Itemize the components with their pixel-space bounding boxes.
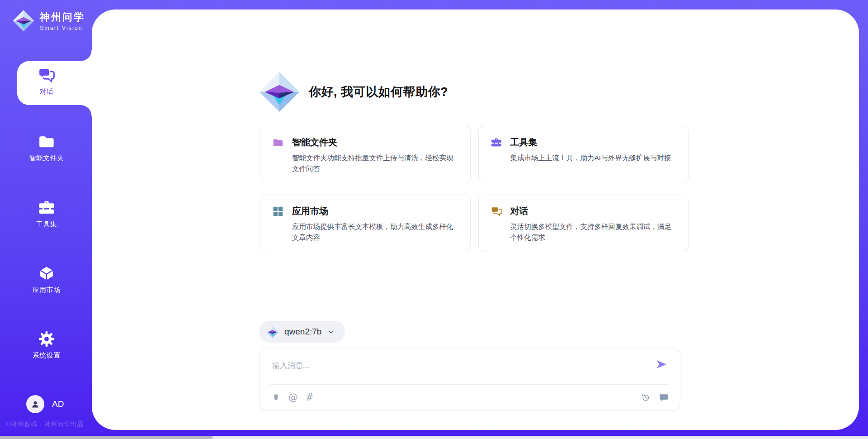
mention-button[interactable]: @ <box>288 393 298 402</box>
gear-icon <box>38 330 56 348</box>
new-chat-button[interactable] <box>659 392 669 403</box>
sidebar-item-label: 对话 <box>40 87 54 96</box>
sidebar-footer: ©神州数码 · 神州问学出品 <box>6 420 84 429</box>
card-title: 工具集 <box>510 136 671 148</box>
send-icon <box>655 358 668 371</box>
active-tab-curve-bottom <box>81 105 92 116</box>
send-button[interactable] <box>655 358 668 372</box>
brand: 神州问学 Smart Vision <box>13 10 85 32</box>
feature-card-chat[interactable]: 对话 灵活切换多模型文件，支持多样回复效果调试，满足个性化需求 <box>478 195 689 252</box>
model-selector[interactable]: qwen2:7b <box>259 321 345 343</box>
brand-name: 神州问学 <box>40 10 85 24</box>
feature-card-app-market[interactable]: 应用市场 应用市场提供丰富长文本模板，助力高效生成多样化文章内容 <box>260 195 471 252</box>
greeting-text: 你好, 我可以如何帮助你? <box>309 84 448 100</box>
folder-icon <box>38 133 56 151</box>
brand-logo-icon <box>13 10 34 32</box>
at-icon: @ <box>288 393 298 402</box>
sidebar-item-toolset[interactable]: 工具集 <box>0 199 93 229</box>
app-root: 神州问学 Smart Vision 对话 智能文件夹 工具集 应用市场 系统设置… <box>0 0 868 439</box>
card-title: 应用市场 <box>292 205 458 217</box>
briefcase-icon <box>491 137 502 183</box>
sidebar-item-label: 应用市场 <box>33 286 61 294</box>
card-title: 智能文件夹 <box>292 136 458 148</box>
active-tab-curve-top <box>81 50 92 61</box>
sidebar-item-app-market[interactable]: 应用市场 <box>0 264 93 294</box>
history-button[interactable] <box>640 392 651 403</box>
sidebar-item-chat[interactable]: 对话 <box>0 66 93 96</box>
avatar <box>26 395 44 413</box>
sidebar-item-smart-folder[interactable]: 智能文件夹 <box>0 133 93 162</box>
user-badge[interactable]: AD <box>26 395 64 413</box>
feature-card-toolset[interactable]: 工具集 集成市场上主流工具，助力AI与外界无缝扩展与对接 <box>478 126 689 183</box>
paperclip-icon <box>271 393 281 402</box>
attach-button[interactable] <box>271 393 281 402</box>
brand-subtitle: Smart Vision <box>40 25 85 31</box>
history-clock-icon <box>640 392 651 403</box>
card-description: 智能文件夹功能支持批量文件上传与清洗，轻松实现文件问答 <box>292 153 458 174</box>
folder-icon <box>272 137 284 183</box>
card-description: 集成市场上主流工具，助力AI与外界无缝扩展与对接 <box>510 153 671 163</box>
composer: @ # <box>259 348 680 411</box>
toolbox-icon <box>38 199 56 217</box>
chevron-down-icon <box>327 328 335 336</box>
topic-button[interactable]: # <box>306 393 314 402</box>
card-title: 对话 <box>510 205 676 217</box>
assistant-logo-icon <box>259 72 300 112</box>
card-description: 灵活切换多模型文件，支持多样回复效果调试，满足个性化需求 <box>510 221 676 243</box>
greeting: 你好, 我可以如何帮助你? <box>259 72 448 112</box>
hash-icon: # <box>306 393 314 402</box>
person-icon <box>30 399 41 410</box>
chat-bubbles-icon <box>38 66 56 84</box>
composer-toolbar: @ # <box>271 385 669 410</box>
model-name: qwen2:7b <box>284 327 321 337</box>
sidebar-item-settings[interactable]: 系统设置 <box>0 330 93 360</box>
card-description: 应用市场提供丰富长文本模板，助力高效生成多样化文章内容 <box>292 221 458 243</box>
horizontal-scrollbar[interactable] <box>0 436 868 439</box>
feature-cards: 智能文件夹 智能文件夹功能支持批量文件上传与清洗，轻松实现文件问答 工具集 集成… <box>260 126 689 252</box>
feature-card-smart-folder[interactable]: 智能文件夹 智能文件夹功能支持批量文件上传与清洗，轻松实现文件问答 <box>260 126 471 183</box>
sidebar-item-label: 系统设置 <box>33 351 61 360</box>
chat-bubbles-icon <box>491 205 502 252</box>
sidebar-item-label: 智能文件夹 <box>29 154 64 162</box>
scrollbar-thumb[interactable] <box>0 436 212 439</box>
user-initials: AD <box>52 399 64 409</box>
grid-icon <box>272 205 284 252</box>
message-input[interactable] <box>272 356 643 375</box>
chat-bubble-icon <box>659 392 669 403</box>
sidebar-item-label: 工具集 <box>36 220 57 229</box>
cube-icon <box>38 264 56 282</box>
model-logo-icon <box>266 326 278 338</box>
